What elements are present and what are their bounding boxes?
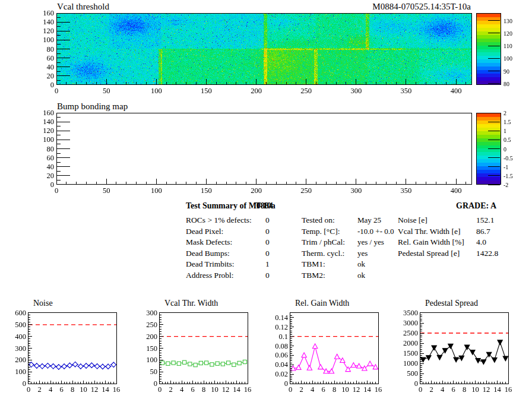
condition-values-column: May 25 -10.0 +- 0.0 yes / yes yes ok ok	[357, 215, 394, 281]
axis-tick-label: 140	[27, 18, 54, 26]
colorbar-tick-label: 80	[504, 81, 509, 87]
defect-label: Mask Defects:	[186, 237, 252, 248]
axis-tick-label: 0.06	[258, 351, 288, 359]
vcal-width-plot-frame	[159, 312, 248, 384]
defect-label: Dead Trimbits:	[186, 259, 252, 270]
data-marker	[188, 362, 192, 366]
axis-tick-label: 2	[293, 385, 310, 394]
defect-label: Dead Pixel:	[186, 226, 252, 238]
data-marker	[183, 360, 186, 364]
result-value: 4.0	[476, 237, 498, 248]
axis-tick-label: 200	[0, 356, 26, 364]
colorbar-tick-label: 110	[504, 43, 512, 49]
axis-tick-label: 0	[0, 379, 26, 388]
axis-tick-label: 100	[27, 135, 54, 144]
axis-tick-label: 20	[27, 172, 54, 180]
axis-tick-label: 100	[0, 368, 26, 376]
rel-gain-plot-frame	[290, 312, 379, 384]
vcal-heatmap-canvas	[57, 14, 471, 84]
data-marker	[111, 362, 116, 367]
summary-module-type: T-10a	[255, 201, 276, 211]
axis-tick-label: 60	[27, 154, 54, 162]
axis-tick-label: 200	[245, 87, 268, 95]
module-id-title: M0884-070525.14:35T-10a	[294, 2, 471, 12]
result-label: Pedestal Spread [e]	[398, 248, 464, 259]
axis-tick-label: 300	[344, 186, 368, 195]
axis-tick-label: 150	[128, 344, 157, 353]
axis-tick-label: 16	[108, 385, 125, 394]
axis-tick-label: 14	[97, 385, 114, 394]
axis-tick-label: 10	[467, 385, 484, 394]
defect-value: 0	[265, 270, 270, 281]
axis-tick-label: 250	[294, 186, 318, 195]
axis-tick-label: 4	[173, 385, 190, 394]
noise-series	[28, 313, 116, 384]
data-marker	[432, 346, 436, 350]
axis-tick-label: 40	[27, 63, 54, 71]
condition-label: Trim / phCal:	[302, 237, 345, 248]
data-marker	[312, 344, 317, 349]
data-marker	[340, 358, 345, 363]
axis-tick-label: 150	[194, 87, 218, 95]
axis-tick-label: 350	[394, 186, 418, 195]
condition-value: yes	[357, 248, 394, 259]
data-marker	[194, 363, 197, 367]
colorbar-tick-label: 100	[504, 55, 512, 62]
axis-tick-label: 50	[94, 186, 118, 195]
axis-tick-label: 14	[359, 385, 376, 394]
axis-tick-label: 0	[258, 379, 288, 388]
colorbar-tick-label: 130	[504, 18, 512, 24]
axis-tick-label: 400	[444, 87, 468, 95]
data-marker	[351, 363, 356, 368]
axis-tick-label: 0.12	[258, 323, 288, 331]
data-marker	[232, 363, 236, 366]
data-marker	[100, 364, 105, 369]
data-marker	[368, 361, 372, 366]
data-marker	[106, 364, 110, 369]
condition-label: TBM2:	[302, 270, 345, 281]
axis-tick-label: 0	[282, 385, 299, 394]
axis-tick-label: 400	[444, 186, 468, 195]
data-marker	[437, 355, 442, 360]
condition-value: May 25	[357, 215, 394, 226]
data-marker	[166, 362, 170, 365]
module-test-report: Vcal threshold M0884-070525.14:35T-10a B…	[0, 0, 532, 399]
data-marker	[94, 364, 99, 369]
axis-tick-label: 0.08	[258, 342, 288, 350]
defect-values-column: 0 0 0 0 1 0	[265, 215, 270, 281]
axis-tick-label: 1000	[388, 359, 418, 368]
defect-value: 0	[265, 248, 270, 259]
axis-tick-label: 50	[128, 368, 157, 376]
condition-label: Temp. [°C]:	[302, 226, 345, 238]
axis-tick-label: 8	[195, 385, 212, 394]
condition-label: Tested on:	[302, 215, 345, 226]
condition-label: Therm. cycl.:	[302, 248, 345, 259]
axis-tick-label: 600	[0, 309, 26, 317]
axis-tick-label: 500	[388, 369, 418, 378]
axis-tick-label: 400	[0, 332, 26, 341]
result-values-column: 152.1 86.7 4.0 1422.8	[476, 215, 498, 259]
axis-tick-label: 12	[478, 385, 495, 394]
data-marker	[243, 360, 246, 363]
axis-tick-label: 0.02	[258, 370, 288, 378]
condition-label: TBM1:	[302, 259, 345, 270]
axis-tick-label: 100	[128, 356, 157, 364]
grade-label: GRADE:	[456, 201, 489, 211]
axis-tick-label: 350	[394, 87, 418, 95]
pedestal-spread-series	[420, 313, 508, 384]
axis-tick-label: 16	[500, 385, 517, 394]
axis-tick-label: 100	[144, 87, 168, 95]
data-marker	[177, 362, 180, 365]
axis-tick-label: 0	[128, 379, 157, 388]
axis-tick-label: 2500	[388, 329, 418, 337]
bump-colorbar	[476, 113, 501, 185]
data-marker	[346, 367, 350, 372]
bump-map-title: Bump bonding map	[57, 102, 128, 112]
axis-tick-label: 12	[86, 385, 103, 394]
data-marker	[454, 357, 458, 362]
data-marker	[227, 361, 230, 365]
defect-labels-column: ROCs > 1% defects: Dead Pixel: Mask Defe…	[186, 215, 252, 281]
defect-value: 0	[265, 215, 270, 226]
noise-plot-frame	[28, 312, 117, 384]
data-marker	[420, 357, 425, 362]
